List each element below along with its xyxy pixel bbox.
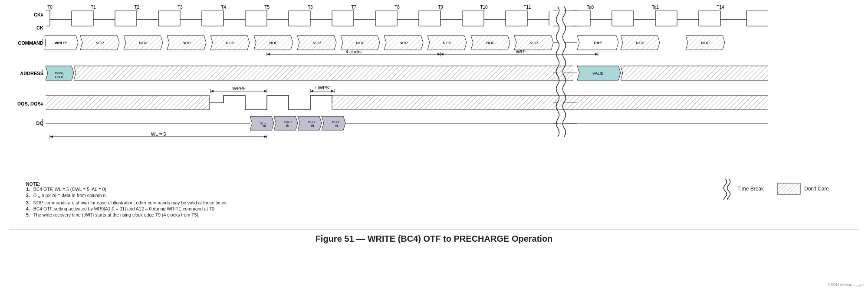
svg-text:VALID: VALID [592,71,604,76]
svg-text:D: D [284,120,287,124]
svg-rect-162 [777,183,800,194]
address-sup: 4 [42,69,44,72]
svg-text:n+3: n+3 [333,120,339,124]
svg-text:WRITE: WRITE [55,41,67,45]
note-row-4: 4. BC4 OTF setting activated by MR0[A1:0… [26,206,228,212]
dqs-signal [46,95,768,110]
svg-rect-122 [573,95,768,110]
svg-text:tWR⁵: tWR⁵ [516,49,526,54]
svg-text:n+2: n+2 [309,120,316,124]
note-num-2: 2. [26,193,33,200]
svg-text:Ta1: Ta1 [652,5,659,10]
page: CK# CK COMMAND 3 ADDRESS 4 DQS, DQS# DQ … [0,0,868,289]
dq-sup: 2 [42,118,44,122]
svg-marker-84 [441,53,444,56]
svg-text:IN: IN [335,124,338,127]
svg-text:WL = 5: WL = 5 [151,131,166,137]
command-write: WRITE [45,36,78,50]
svg-text:NOP: NOP [529,41,538,45]
svg-text:T7: T7 [351,5,356,10]
command-label: COMMAND [18,40,43,46]
notes-section: NOTE: 1. BC4 OTF, WL = 5 (CWL = 5, AL = … [22,181,712,218]
command-sup: 3 [42,38,44,42]
svg-marker-85 [595,53,598,56]
svg-text:T5: T5 [264,5,270,10]
watermark: CSDN @vitarnin_yin [828,282,864,287]
svg-text:NOP: NOP [399,41,408,45]
note-text-5: The write recovery time (tWR) starts at … [33,212,228,218]
svg-text:IN: IN [311,124,314,127]
svg-text:n+1: n+1 [287,120,293,124]
command-nop-group: NOP NOP NOP NOP NOP NOP NOP [80,36,725,50]
svg-text:D: D [260,122,263,125]
note-num-1: 1. [26,187,33,193]
address-signal: Bank, Col n. VALID [46,66,768,80]
note-num-4: 4. [26,206,33,212]
svg-text:Col n.: Col n. [55,75,64,79]
dqs-label: DQS, DQS# [17,101,43,106]
svg-text:tWPRE: tWPRE [232,86,246,91]
svg-text:IN: IN [263,125,266,128]
svg-text:IN: IN [286,124,289,127]
svg-marker-148 [264,135,267,138]
svg-rect-90 [74,66,573,80]
ck-hash-label: CK# [34,12,43,17]
svg-text:T3: T3 [178,5,183,10]
svg-text:T2: T2 [134,5,139,10]
note-row-3: 3. NOP commands are shown for ease of il… [26,200,228,206]
svg-text:Bank,: Bank, [55,71,64,75]
svg-text:T1: T1 [91,5,96,10]
dont-care-icon [777,183,801,195]
svg-text:NOP: NOP [486,41,495,45]
svg-marker-112 [331,90,334,92]
ck-signal [46,20,768,26]
dq-signal: D IN n D IN n+1 D IN n+2 D IN n+3 [46,116,768,130]
notes-table: 1. BC4 OTF, WL = 5 (CWL = 5, AL = 0) 2. … [26,187,228,218]
ck-label: CK [36,25,43,30]
time-break-icon [721,178,734,200]
svg-rect-119 [332,95,573,110]
twpre-annotation: tWPRE [210,86,267,93]
svg-text:T8: T8 [395,5,400,10]
twr-annotation: tWR⁵ [441,49,598,56]
legend-time-break: Time Break [721,178,764,200]
time-break-label: Time Break [737,186,764,192]
note-text-3: NOP commands are shown for ease of illus… [33,200,228,206]
svg-text:4 clocks: 4 clocks [346,49,362,54]
svg-rect-114 [46,95,210,110]
figure-title: Figure 51 — WRITE (BC4) OTF to PRECHARGE… [9,229,859,244]
note-text-2: DIN n (or b) = data-in from column n. [33,193,228,200]
svg-text:NOP: NOP [356,41,365,45]
svg-text:NOP: NOP [443,41,451,45]
svg-marker-80 [267,53,270,56]
svg-text:T9: T9 [438,5,443,10]
svg-text:NOP: NOP [269,41,278,45]
note-row-5: 5. The write recovery time (tWR) starts … [26,212,228,218]
svg-marker-105 [210,90,214,92]
wl-annotation: WL = 5 [50,131,267,139]
dont-care-label: Don't Care [804,186,829,192]
svg-text:n: n [264,122,266,125]
svg-text:NOP: NOP [95,41,104,45]
svg-text:PRE: PRE [594,41,602,45]
svg-text:NOP: NOP [226,41,234,45]
svg-text:T4: T4 [221,5,226,10]
four-clocks-annotation: 4 clocks [267,49,441,56]
note-text-1: BC4 OTF, WL = 5 (CWL = 5, AL = 0) [33,187,228,193]
svg-text:NOP: NOP [139,41,148,45]
svg-marker-147 [50,135,53,138]
note-row-1: 1. BC4 OTF, WL = 5 (CWL = 5, AL = 0) [26,187,228,193]
note-num-5: 5. [26,212,33,218]
clock-ticks [49,9,721,10]
svg-text:T14: T14 [717,5,724,10]
note-title: NOTE: [26,181,40,187]
svg-rect-97 [621,66,768,80]
svg-marker-106 [264,90,267,92]
address-label: ADDRESS [20,71,43,76]
note-text-4: BC4 OTF setting activated by MR0[A1:0 = … [33,206,228,212]
svg-text:T11: T11 [523,5,531,10]
svg-text:NOP: NOP [312,41,321,45]
timepoint-labels: T0 T1 T2 T3 T4 T5 T6 T7 T8 T9 T10 T11 Ta… [47,5,724,10]
svg-text:NOP: NOP [636,41,644,45]
svg-text:T0: T0 [47,5,53,10]
